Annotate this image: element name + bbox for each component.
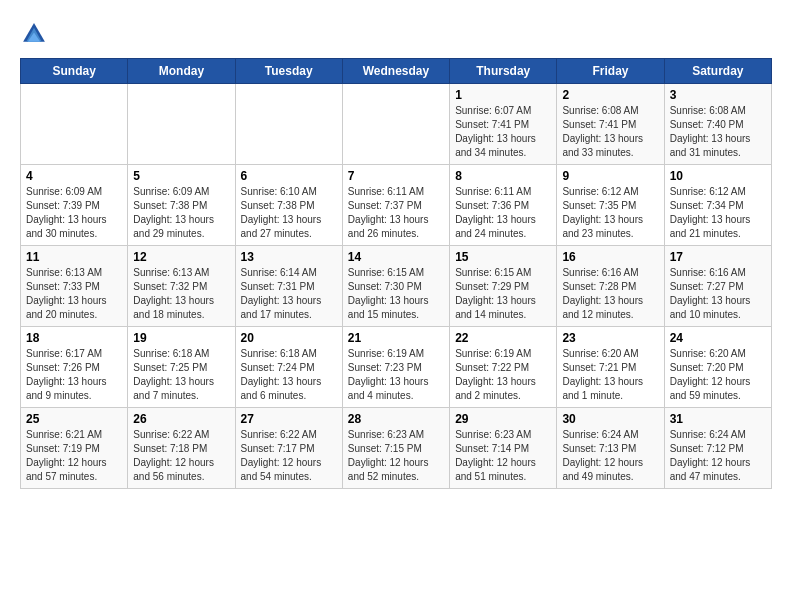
day-number: 20 [241, 331, 337, 345]
calendar-cell: 4Sunrise: 6:09 AMSunset: 7:39 PMDaylight… [21, 165, 128, 246]
weekday-header: Monday [128, 59, 235, 84]
weekday-header: Thursday [450, 59, 557, 84]
day-info: Sunrise: 6:18 AMSunset: 7:25 PMDaylight:… [133, 347, 229, 403]
weekday-header: Tuesday [235, 59, 342, 84]
weekday-header: Wednesday [342, 59, 449, 84]
calendar-cell: 30Sunrise: 6:24 AMSunset: 7:13 PMDayligh… [557, 408, 664, 489]
calendar-cell: 24Sunrise: 6:20 AMSunset: 7:20 PMDayligh… [664, 327, 771, 408]
day-info: Sunrise: 6:09 AMSunset: 7:38 PMDaylight:… [133, 185, 229, 241]
calendar-cell: 31Sunrise: 6:24 AMSunset: 7:12 PMDayligh… [664, 408, 771, 489]
calendar-header: SundayMondayTuesdayWednesdayThursdayFrid… [21, 59, 772, 84]
day-number: 5 [133, 169, 229, 183]
day-info: Sunrise: 6:22 AMSunset: 7:17 PMDaylight:… [241, 428, 337, 484]
calendar-week-row: 18Sunrise: 6:17 AMSunset: 7:26 PMDayligh… [21, 327, 772, 408]
day-number: 18 [26, 331, 122, 345]
day-info: Sunrise: 6:10 AMSunset: 7:38 PMDaylight:… [241, 185, 337, 241]
day-number: 11 [26, 250, 122, 264]
calendar-week-row: 25Sunrise: 6:21 AMSunset: 7:19 PMDayligh… [21, 408, 772, 489]
day-info: Sunrise: 6:08 AMSunset: 7:40 PMDaylight:… [670, 104, 766, 160]
calendar-cell: 27Sunrise: 6:22 AMSunset: 7:17 PMDayligh… [235, 408, 342, 489]
day-number: 26 [133, 412, 229, 426]
weekday-header: Sunday [21, 59, 128, 84]
logo [20, 20, 52, 48]
calendar-cell: 1Sunrise: 6:07 AMSunset: 7:41 PMDaylight… [450, 84, 557, 165]
calendar-week-row: 1Sunrise: 6:07 AMSunset: 7:41 PMDaylight… [21, 84, 772, 165]
day-info: Sunrise: 6:18 AMSunset: 7:24 PMDaylight:… [241, 347, 337, 403]
day-info: Sunrise: 6:24 AMSunset: 7:12 PMDaylight:… [670, 428, 766, 484]
calendar-cell: 20Sunrise: 6:18 AMSunset: 7:24 PMDayligh… [235, 327, 342, 408]
day-info: Sunrise: 6:15 AMSunset: 7:29 PMDaylight:… [455, 266, 551, 322]
day-info: Sunrise: 6:12 AMSunset: 7:35 PMDaylight:… [562, 185, 658, 241]
day-info: Sunrise: 6:16 AMSunset: 7:28 PMDaylight:… [562, 266, 658, 322]
day-number: 16 [562, 250, 658, 264]
day-number: 17 [670, 250, 766, 264]
weekday-header: Friday [557, 59, 664, 84]
day-number: 1 [455, 88, 551, 102]
day-number: 13 [241, 250, 337, 264]
calendar-cell: 11Sunrise: 6:13 AMSunset: 7:33 PMDayligh… [21, 246, 128, 327]
day-info: Sunrise: 6:23 AMSunset: 7:15 PMDaylight:… [348, 428, 444, 484]
calendar-cell: 26Sunrise: 6:22 AMSunset: 7:18 PMDayligh… [128, 408, 235, 489]
calendar-cell: 2Sunrise: 6:08 AMSunset: 7:41 PMDaylight… [557, 84, 664, 165]
day-info: Sunrise: 6:07 AMSunset: 7:41 PMDaylight:… [455, 104, 551, 160]
calendar-cell: 16Sunrise: 6:16 AMSunset: 7:28 PMDayligh… [557, 246, 664, 327]
calendar-cell: 21Sunrise: 6:19 AMSunset: 7:23 PMDayligh… [342, 327, 449, 408]
calendar-cell: 6Sunrise: 6:10 AMSunset: 7:38 PMDaylight… [235, 165, 342, 246]
calendar-cell: 28Sunrise: 6:23 AMSunset: 7:15 PMDayligh… [342, 408, 449, 489]
day-number: 23 [562, 331, 658, 345]
day-number: 2 [562, 88, 658, 102]
logo-icon [20, 20, 48, 48]
day-info: Sunrise: 6:19 AMSunset: 7:23 PMDaylight:… [348, 347, 444, 403]
calendar-cell: 3Sunrise: 6:08 AMSunset: 7:40 PMDaylight… [664, 84, 771, 165]
calendar-cell: 29Sunrise: 6:23 AMSunset: 7:14 PMDayligh… [450, 408, 557, 489]
day-number: 10 [670, 169, 766, 183]
weekday-header: Saturday [664, 59, 771, 84]
day-info: Sunrise: 6:22 AMSunset: 7:18 PMDaylight:… [133, 428, 229, 484]
day-number: 31 [670, 412, 766, 426]
calendar-cell [342, 84, 449, 165]
page-header [20, 20, 772, 48]
day-info: Sunrise: 6:21 AMSunset: 7:19 PMDaylight:… [26, 428, 122, 484]
day-info: Sunrise: 6:23 AMSunset: 7:14 PMDaylight:… [455, 428, 551, 484]
day-info: Sunrise: 6:15 AMSunset: 7:30 PMDaylight:… [348, 266, 444, 322]
day-info: Sunrise: 6:11 AMSunset: 7:37 PMDaylight:… [348, 185, 444, 241]
calendar-cell: 25Sunrise: 6:21 AMSunset: 7:19 PMDayligh… [21, 408, 128, 489]
day-number: 4 [26, 169, 122, 183]
day-info: Sunrise: 6:11 AMSunset: 7:36 PMDaylight:… [455, 185, 551, 241]
day-number: 29 [455, 412, 551, 426]
day-number: 12 [133, 250, 229, 264]
day-info: Sunrise: 6:16 AMSunset: 7:27 PMDaylight:… [670, 266, 766, 322]
calendar-cell: 9Sunrise: 6:12 AMSunset: 7:35 PMDaylight… [557, 165, 664, 246]
calendar-cell [21, 84, 128, 165]
day-number: 15 [455, 250, 551, 264]
calendar-cell: 19Sunrise: 6:18 AMSunset: 7:25 PMDayligh… [128, 327, 235, 408]
day-info: Sunrise: 6:13 AMSunset: 7:33 PMDaylight:… [26, 266, 122, 322]
day-number: 22 [455, 331, 551, 345]
day-number: 3 [670, 88, 766, 102]
day-number: 9 [562, 169, 658, 183]
calendar-cell: 22Sunrise: 6:19 AMSunset: 7:22 PMDayligh… [450, 327, 557, 408]
calendar-cell: 10Sunrise: 6:12 AMSunset: 7:34 PMDayligh… [664, 165, 771, 246]
calendar-cell: 12Sunrise: 6:13 AMSunset: 7:32 PMDayligh… [128, 246, 235, 327]
day-info: Sunrise: 6:13 AMSunset: 7:32 PMDaylight:… [133, 266, 229, 322]
calendar-cell: 13Sunrise: 6:14 AMSunset: 7:31 PMDayligh… [235, 246, 342, 327]
day-info: Sunrise: 6:09 AMSunset: 7:39 PMDaylight:… [26, 185, 122, 241]
day-info: Sunrise: 6:08 AMSunset: 7:41 PMDaylight:… [562, 104, 658, 160]
day-info: Sunrise: 6:17 AMSunset: 7:26 PMDaylight:… [26, 347, 122, 403]
calendar-cell: 15Sunrise: 6:15 AMSunset: 7:29 PMDayligh… [450, 246, 557, 327]
calendar-cell: 8Sunrise: 6:11 AMSunset: 7:36 PMDaylight… [450, 165, 557, 246]
calendar-body: 1Sunrise: 6:07 AMSunset: 7:41 PMDaylight… [21, 84, 772, 489]
calendar-cell: 7Sunrise: 6:11 AMSunset: 7:37 PMDaylight… [342, 165, 449, 246]
day-number: 24 [670, 331, 766, 345]
calendar-cell: 18Sunrise: 6:17 AMSunset: 7:26 PMDayligh… [21, 327, 128, 408]
calendar-cell: 14Sunrise: 6:15 AMSunset: 7:30 PMDayligh… [342, 246, 449, 327]
day-number: 21 [348, 331, 444, 345]
day-info: Sunrise: 6:20 AMSunset: 7:20 PMDaylight:… [670, 347, 766, 403]
day-info: Sunrise: 6:20 AMSunset: 7:21 PMDaylight:… [562, 347, 658, 403]
calendar-table: SundayMondayTuesdayWednesdayThursdayFrid… [20, 58, 772, 489]
day-number: 6 [241, 169, 337, 183]
calendar-cell: 5Sunrise: 6:09 AMSunset: 7:38 PMDaylight… [128, 165, 235, 246]
calendar-week-row: 4Sunrise: 6:09 AMSunset: 7:39 PMDaylight… [21, 165, 772, 246]
day-number: 30 [562, 412, 658, 426]
calendar-week-row: 11Sunrise: 6:13 AMSunset: 7:33 PMDayligh… [21, 246, 772, 327]
